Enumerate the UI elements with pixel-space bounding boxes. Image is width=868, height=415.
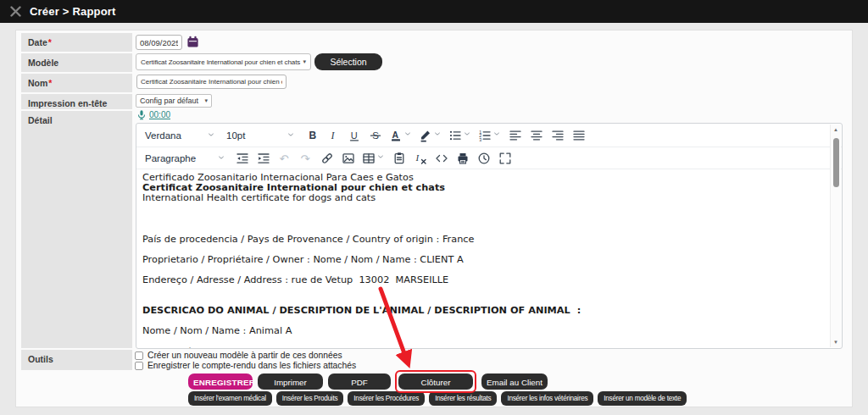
chevron-down-icon	[286, 130, 296, 141]
insert-image-icon[interactable]	[337, 148, 359, 168]
link-icon[interactable]	[316, 148, 337, 168]
editor-toolbar-row1: Verdana10ptBIUSA123	[136, 124, 842, 147]
align-right-icon[interactable]	[547, 125, 568, 145]
numbered-list-icon[interactable]: 123	[475, 125, 504, 145]
editor-toolbar-row2: Paragraphe↶↷I	[136, 147, 842, 169]
text-color-icon[interactable]: A	[386, 125, 415, 145]
pdf-button[interactable]: PDF	[328, 374, 391, 390]
editor-content-area[interactable]: Certificado Zoosanitario Internacional P…	[136, 169, 842, 348]
required-asterisk: *	[48, 78, 52, 88]
editor-line: Nome / Nom / Name : Animal A	[142, 326, 828, 336]
insert-actions-row: Insérer l'examen médicalInsérer les Prod…	[188, 391, 687, 406]
editor-line: Endereço / Adresse / Address : rue de Ve…	[142, 275, 828, 285]
insert-products-button[interactable]: Insérer les Produits	[276, 391, 344, 406]
clear-formatting-icon[interactable]: I	[409, 148, 431, 168]
svg-text:I: I	[415, 152, 420, 163]
new-template-checkbox[interactable]	[135, 351, 143, 360]
outdent-icon[interactable]	[231, 148, 253, 168]
svg-text:A: A	[392, 129, 398, 139]
source-code-icon[interactable]	[431, 148, 452, 168]
microphone-icon[interactable]	[136, 109, 147, 121]
insert-procedures-button[interactable]: Insérer les Procédures	[348, 391, 425, 406]
checkbox-label: Enregistrer le compte-rendu dans les fic…	[147, 361, 356, 370]
editor-scrollbar[interactable]: ▲ ▼	[830, 125, 841, 347]
enregistrer-button[interactable]: ENREGISTRER	[188, 374, 253, 390]
undo-icon[interactable]: ↶	[274, 148, 295, 168]
insert-medical-exam-button[interactable]: Insérer l'examen médical	[188, 391, 272, 406]
cloturer-highlight-box: Clôturer	[395, 370, 476, 393]
editor-line: País de procedencia / Pays de Provenance…	[142, 235, 828, 245]
bold-icon[interactable]: B	[301, 125, 322, 145]
imprimer-button[interactable]: Imprimer	[258, 374, 323, 390]
insert-time-icon[interactable]	[473, 148, 494, 168]
italic-icon[interactable]: I	[322, 125, 343, 145]
email-client-button[interactable]: Email au Client	[481, 374, 548, 390]
modele-select[interactable]: Certificat Zoosanitaire International po…	[136, 53, 311, 70]
save-attachment-checkbox[interactable]	[135, 362, 143, 370]
titlebar: Créer > Rapport	[0, 0, 868, 23]
chevron-down-icon	[492, 129, 502, 141]
chevron-down-icon	[216, 152, 226, 164]
fullscreen-icon[interactable]	[494, 148, 515, 168]
align-left-icon[interactable]	[504, 125, 526, 145]
insert-results-button[interactable]: Insérer les résultats	[429, 391, 497, 406]
select-label: 10pt	[226, 130, 245, 141]
nom-input[interactable]	[136, 75, 287, 89]
editor-line	[142, 213, 828, 224]
chevron-down-icon	[403, 129, 413, 141]
checkbox-label: Créer un nouveau modèle à partir de ces …	[147, 351, 342, 360]
font-size-select[interactable]: 10pt	[221, 126, 301, 145]
scroll-up-icon[interactable]: ▲	[831, 126, 841, 133]
editor-line	[142, 337, 828, 347]
table-icon[interactable]	[359, 148, 388, 168]
svg-text:U: U	[350, 130, 357, 140]
required-asterisk: *	[48, 37, 52, 47]
editor-line: Chien Mâle	[142, 347, 828, 348]
font-family-select[interactable]: Verdana	[140, 126, 221, 145]
indent-icon[interactable]	[253, 148, 274, 168]
cloturer-button[interactable]: Clôturer	[398, 374, 473, 390]
dictation-control: 00:00	[136, 108, 170, 121]
scrollbar-thumb[interactable]	[833, 138, 839, 187]
paste-icon[interactable]	[388, 148, 409, 168]
rich-text-editor: Verdana10ptBIUSA123 Paragraphe↶↷I Certif…	[136, 123, 843, 349]
date-input[interactable]	[136, 35, 182, 50]
editor-line	[142, 245, 828, 255]
editor-line: Proprietario / Propriétaire / Owner : No…	[142, 255, 828, 265]
editor-line	[142, 285, 828, 296]
svg-text:↶: ↶	[279, 152, 288, 164]
editor-line	[142, 224, 828, 234]
audio-timer-link[interactable]: 00:00	[149, 110, 170, 119]
select-label: Verdana	[145, 130, 181, 141]
page-title: Créer > Rapport	[30, 5, 116, 18]
svg-text:3: 3	[479, 136, 481, 141]
strikethrough-icon[interactable]: S	[364, 125, 386, 145]
svg-text:B: B	[309, 130, 316, 141]
calendar-icon[interactable]	[186, 36, 199, 48]
chevron-down-icon	[206, 130, 216, 141]
highlight-color-icon[interactable]	[415, 125, 445, 145]
insert-text-template-button[interactable]: Insérer un modèle de texte	[598, 391, 687, 406]
editor-line: DESCRICAO DO ANIMAL / DESCRIPTION DE L'A…	[142, 306, 828, 316]
impression-entete-select[interactable]: Config par défaut ▾	[136, 94, 212, 108]
paragraph-style-select[interactable]: Paragraphe	[140, 149, 231, 168]
close-icon[interactable]	[10, 6, 21, 17]
print-icon[interactable]	[452, 148, 473, 168]
selection-button[interactable]: Sélection	[314, 53, 382, 70]
create-report-window: Créer > Rapport Date* Modèle Nom* Impres…	[0, 0, 868, 415]
checkbox-row-new-template: Créer un nouveau modèle à partir de ces …	[135, 351, 342, 360]
select-label: Paragraphe	[145, 153, 196, 163]
impression-entete-label: Impression en-tête	[21, 94, 132, 109]
date-label: Date*	[21, 33, 132, 52]
insert-vet-info-button[interactable]: Insérer les infos vétérinaires	[501, 391, 593, 406]
detail-label: Détail	[21, 111, 132, 348]
dropdown-arrow-icon: ▾	[204, 97, 208, 104]
nom-label: Nom*	[21, 74, 132, 92]
scroll-down-icon[interactable]: ▼	[831, 339, 841, 346]
svg-text:↷: ↷	[300, 152, 310, 164]
bullet-list-icon[interactable]	[445, 125, 475, 145]
underline-icon[interactable]: U	[343, 125, 364, 145]
align-justify-icon[interactable]	[568, 125, 589, 145]
align-center-icon[interactable]	[526, 125, 547, 145]
redo-icon[interactable]: ↷	[295, 148, 316, 168]
